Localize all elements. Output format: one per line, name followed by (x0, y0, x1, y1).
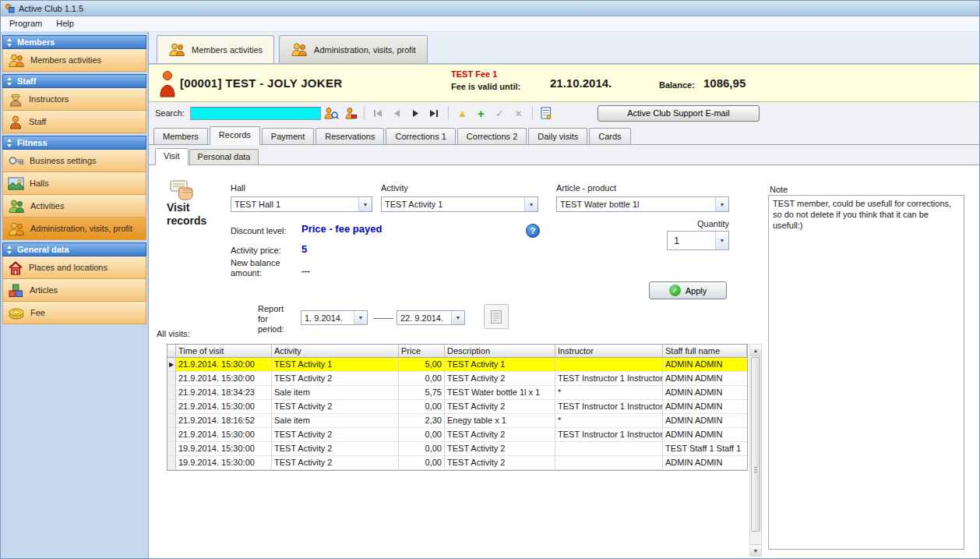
table-scrollbar[interactable]: ▲ ▼ (749, 344, 762, 557)
toolbar-separator (532, 106, 533, 120)
tab-corrections-1[interactable]: Corrections 1 (386, 128, 455, 144)
module-tab-administration-visits-profit[interactable]: Administration, visits, profit (279, 35, 428, 63)
visit-row[interactable]: 19.9.2014. 15:30:00TEST Activity 20,00TE… (167, 442, 747, 456)
scroll-down-icon[interactable]: ▼ (750, 544, 761, 556)
sidebar-item-members-activities[interactable]: Members activities (2, 49, 146, 72)
chevron-down-icon[interactable]: ▼ (451, 311, 464, 324)
visit-row[interactable]: 21.9.2014. 18:34:23Sale item5,75TEST Wat… (167, 386, 747, 400)
cell: 2,30 (399, 414, 445, 428)
chevron-down-icon[interactable]: ▼ (715, 197, 728, 211)
column-header-price[interactable]: Price (399, 345, 445, 358)
report-preview-button[interactable] (484, 304, 509, 329)
help-icon[interactable]: ? (526, 224, 540, 238)
date-to-select[interactable]: 22. 9.2014. ▼ (397, 310, 465, 325)
report-icon[interactable] (538, 104, 555, 122)
cell: 5,75 (399, 386, 445, 400)
cell: 0,00 (399, 456, 445, 470)
scroll-up-icon[interactable]: ▲ (750, 345, 761, 356)
search-member-icon[interactable] (323, 104, 340, 122)
subtab-personal-data[interactable]: Personal data (189, 149, 259, 165)
chevron-down-icon[interactable]: ▼ (715, 232, 728, 249)
date-from-select[interactable]: 1. 9.2014. ▼ (301, 310, 368, 325)
edit-record-icon[interactable]: ▲ (454, 104, 471, 122)
tab-reservations[interactable]: Reservations (316, 128, 384, 144)
sidebar-section-members[interactable]: Members (2, 35, 146, 49)
sidebar-item-places-and-locations[interactable]: Places and locations (2, 257, 146, 279)
visits-table: Time of visitActivityPriceDescriptionIns… (167, 344, 748, 471)
post-record-icon[interactable]: ✓ (492, 104, 508, 122)
visit-row[interactable]: 21.9.2014. 15:30:00TEST Activity 20,00TE… (167, 372, 747, 386)
hall-value: TEST Hall 1 (231, 200, 358, 209)
member-lookup-icon[interactable] (342, 104, 358, 122)
search-input[interactable] (190, 107, 321, 120)
sidebar-item-fee[interactable]: Fee (2, 302, 146, 324)
insert-record-icon[interactable]: + (473, 104, 489, 122)
cell: TEST Activity 2 (445, 372, 555, 386)
cell: TEST Activity 2 (445, 442, 555, 456)
column-header-activity[interactable]: Activity (272, 345, 399, 358)
nav-next-button[interactable] (407, 104, 424, 122)
cell: 21.9.2014. 18:34:23 (176, 386, 272, 400)
chevron-down-icon[interactable]: ▼ (354, 311, 367, 324)
visit-row[interactable]: 19.9.2014. 15:30:00TEST Activity 20,00TE… (167, 456, 747, 470)
cell: TEST Instructor 1 Instructor (555, 428, 663, 442)
nav-last-button[interactable] (426, 104, 442, 122)
member-info-panel: [00001] TEST - JOLY JOKER TEST Fee 1 Fee… (149, 64, 979, 102)
chevron-down-icon[interactable]: ▼ (358, 197, 372, 211)
sidebar-item-label: Articles (30, 285, 58, 295)
tab-payment[interactable]: Payment (262, 128, 314, 144)
column-header-instructor[interactable]: Instructor (555, 345, 663, 358)
apply-button[interactable]: ✓ Apply (649, 281, 727, 299)
sidebar-section-staff[interactable]: Staff (2, 74, 146, 88)
sidebar-item-halls[interactable]: Halls (2, 172, 146, 195)
quantity-select[interactable]: 1 ▼ (667, 231, 729, 250)
sidebar-item-administration-visits-profit[interactable]: Administration, visits, profit (2, 218, 146, 240)
sidebar-item-activities[interactable]: Activities (2, 195, 146, 218)
tab-daily-visits[interactable]: Daily visits (528, 128, 587, 144)
tab-corrections-2[interactable]: Corrections 2 (457, 128, 527, 144)
tab-cards[interactable]: Cards (589, 128, 630, 144)
nav-first-button[interactable] (370, 104, 386, 122)
cell: TEST Water bottle 1l x 1 (445, 386, 555, 400)
visit-row[interactable]: 21.9.2014. 18:16:52Sale item2,30Enegy ta… (167, 414, 747, 428)
visit-row[interactable]: 21.9.2014. 15:30:00TEST Activity 20,00TE… (167, 400, 747, 414)
tab-records[interactable]: Records (210, 126, 260, 145)
module-tab-members-activities[interactable]: Members activities (157, 35, 274, 63)
cell: * (555, 386, 663, 400)
sidebar-item-instructors[interactable]: Instructors (2, 88, 146, 111)
column-header-description[interactable]: Description (445, 345, 555, 358)
sidebar-section-general-data[interactable]: General data (2, 242, 146, 257)
column-header-time-of-visit[interactable]: Time of visit (176, 345, 272, 358)
activity-select[interactable]: TEST Activity 1 ▼ (381, 196, 538, 212)
sidebar-item-business-settings[interactable]: Business settings (2, 150, 146, 172)
title-bar[interactable]: Active Club 1.1.5 (1, 1, 979, 16)
toolbar-separator (364, 106, 365, 120)
row-marker: ▶ (167, 358, 176, 372)
scrollbar-thumb[interactable] (751, 357, 760, 532)
visit-row[interactable]: ▶21.9.2014. 15:30:00TEST Activity 15,00T… (167, 358, 747, 372)
menu-program[interactable]: Program (2, 16, 49, 31)
toolbar-separator (448, 106, 449, 120)
article-select[interactable]: TEST Water bottle 1l ▼ (556, 196, 729, 212)
hall-select[interactable]: TEST Hall 1 ▼ (231, 196, 372, 212)
cell: ADMIN ADMIN (663, 428, 747, 442)
sidebar-item-label: Halls (30, 179, 48, 188)
cell: Enegy table x 1 (445, 414, 555, 428)
cell: TEST Activity 1 (445, 358, 555, 372)
nav-prior-button[interactable] (389, 104, 405, 122)
visit-row[interactable]: 21.9.2014. 15:30:00TEST Activity 20,00TE… (167, 428, 747, 442)
column-header-staff-full-name[interactable]: Staff full name (663, 345, 747, 358)
sidebar-item-label: Business settings (30, 156, 97, 165)
note-textarea[interactable]: TEST member, could be usefull for correc… (768, 195, 964, 550)
chevron-down-icon[interactable]: ▼ (524, 197, 538, 211)
subtab-visit[interactable]: Visit (155, 148, 189, 165)
discount-level-value: Price - fee payed (301, 223, 382, 235)
cancel-record-icon[interactable]: × (510, 104, 527, 122)
tab-members[interactable]: Members (153, 128, 208, 144)
support-email-button[interactable]: Active Club Support E-mail (598, 105, 760, 122)
sidebar-section-fitness[interactable]: Fitness (2, 136, 146, 150)
all-visits-label: All visits: (157, 329, 190, 338)
sidebar-item-articles[interactable]: Articles (2, 279, 146, 302)
menu-help[interactable]: Help (49, 16, 81, 31)
sidebar-item-staff[interactable]: Staff (2, 111, 146, 133)
